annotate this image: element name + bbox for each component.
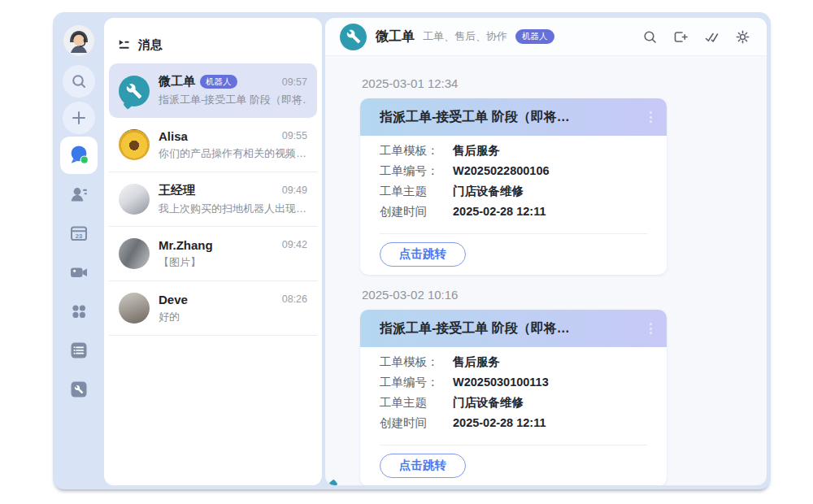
conversation-preview: 你们的产品操作有相关的视频… [159, 146, 307, 161]
workorder-card: 指派工单-接受工单 阶段（即将… 工单模板： 售后服务 工单编号： W20250… [360, 98, 667, 275]
filter-list-icon[interactable] [117, 38, 131, 52]
calendar-icon: 23 [69, 224, 89, 243]
field-row: 工单主题 门店设备维修 [380, 395, 647, 415]
chat-subtitle: 工单、售后、协作 [423, 29, 507, 44]
wrench-icon [126, 83, 142, 99]
field-row: 工单模板： 售后服务 [380, 143, 647, 163]
field-label: 工单编号： [380, 375, 453, 390]
conversation-preview: 我上次购买的扫地机器人出现… [159, 202, 307, 216]
chat-title: 微工单 [376, 28, 415, 46]
add-box-icon[interactable] [673, 29, 689, 45]
robot-badge: 机器人 [515, 29, 554, 44]
apps-grid-icon [69, 302, 89, 321]
search-button[interactable] [63, 65, 95, 98]
more-dots-icon[interactable] [646, 108, 655, 126]
card-divider [380, 233, 647, 234]
field-row: 工单编号： W2025022800106 [380, 163, 647, 183]
bot-wrench-avatar [119, 76, 150, 106]
field-label: 工单编号： [380, 163, 453, 179]
calendar-day-label: 23 [75, 232, 81, 240]
wrench-icon [346, 29, 361, 44]
robot-badge: 机器人 [200, 75, 237, 89]
search-icon [70, 72, 88, 90]
chat-header: 微工单 工单、售后、协作 机器人 [325, 18, 767, 56]
user-avatar-image [63, 25, 94, 56]
conversation-name: Deve [159, 293, 188, 306]
create-button[interactable] [63, 102, 95, 134]
left-nav-rail: 23 [53, 12, 104, 489]
field-value: 售后服务 [453, 143, 500, 159]
message-timestamp: 2025-03-02 10:16 [362, 288, 767, 302]
nav-chat[interactable] [60, 137, 98, 174]
sunflower-photo-avatar [119, 129, 150, 160]
nav-workbench[interactable] [60, 293, 98, 330]
user-avatar[interactable] [63, 25, 94, 56]
field-value: 门店设备维修 [453, 184, 524, 199]
message-list-header: 消息 [104, 18, 322, 63]
field-row: 创建时间 2025-02-28 12:11 [380, 204, 647, 224]
workorder-card-title: 指派工单-接受工单 阶段（即将… [380, 320, 570, 337]
more-dots-icon[interactable] [646, 319, 655, 337]
conversation-preview: 好的 [159, 310, 307, 324]
field-label: 工单模板： [380, 143, 453, 159]
bot-wrench-avatar [340, 24, 367, 50]
nav-tools[interactable] [60, 371, 98, 408]
conversation-time: 09:49 [282, 185, 307, 196]
search-icon[interactable] [642, 29, 658, 45]
conversation-item-mrzhang[interactable]: Mr.Zhang 09:42 【图片】 [109, 227, 317, 281]
chat-bubble-icon [67, 143, 91, 167]
message-list-panel: 消息 微工单 机器人 09:57 指派工单-接受工单 阶段（即将… [104, 18, 322, 485]
conversation-item-deve[interactable]: Deve 08:26 好的 [109, 281, 317, 336]
wrench-tools-icon [69, 380, 89, 399]
workorder-card-header: 指派工单-接受工单 阶段（即将… [360, 98, 667, 136]
field-value: 门店设备维修 [453, 395, 524, 411]
double-check-icon[interactable] [704, 29, 720, 45]
field-value: W2025022800106 [453, 164, 550, 177]
workorder-card-title: 指派工单-接受工单 阶段（即将… [380, 109, 570, 126]
conversation-name: 微工单 [159, 74, 195, 89]
field-value: 2025-02-28 12:11 [453, 205, 546, 218]
field-label: 创建时间 [380, 204, 453, 219]
video-camera-icon [69, 263, 89, 282]
conversation-item-alisa[interactable]: Alisa 09:55 你们的产品操作有相关的视频… [109, 118, 317, 172]
conversation-name: Alisa [159, 129, 188, 143]
contacts-icon [69, 185, 89, 204]
message-list-title: 消息 [138, 37, 163, 53]
card-divider [380, 445, 647, 445]
chat-panel: 微工单 工单、售后、协作 机器人 [325, 18, 767, 485]
field-row: 工单模板： 售后服务 [380, 354, 647, 374]
field-value: W2025030100113 [453, 376, 549, 389]
conversation-name: 王经理 [159, 183, 195, 198]
nav-calendar[interactable]: 23 [60, 215, 98, 252]
settings-gear-icon[interactable] [735, 29, 750, 45]
conversation-item-weigongdan[interactable]: 微工单 机器人 09:57 指派工单-接受工单 阶段（即将… [109, 63, 317, 118]
road-photo-avatar [119, 238, 150, 269]
message-timestamp: 2025-03-01 12:34 [362, 76, 767, 90]
field-value: 售后服务 [453, 354, 500, 370]
conversation-item-wangjingli[interactable]: 王经理 09:49 我上次购买的扫地机器人出现… [109, 172, 317, 227]
screenshot-background: 23 [0, 0, 813, 504]
workorder-card: 指派工单-接受工单 阶段（即将… 工单模板： 售后服务 工单编号： W20250… [360, 310, 667, 485]
nav-contacts[interactable] [60, 176, 98, 213]
jump-button[interactable]: 点击跳转 [380, 242, 466, 267]
nav-docs[interactable] [60, 332, 98, 369]
nav-meeting[interactable] [60, 254, 98, 291]
field-label: 创建时间 [380, 415, 453, 431]
plus-icon [70, 109, 88, 127]
field-label: 工单主题 [380, 184, 453, 199]
chat-message-area: 2025-03-01 12:34 指派工单-接受工单 阶段（即将… 工单模板： … [325, 56, 767, 485]
conversation-preview: 指派工单-接受工单 阶段（即将… [159, 93, 307, 107]
conversation-time: 09:57 [282, 76, 307, 88]
conversation-name: Mr.Zhang [159, 238, 213, 252]
jump-button[interactable]: 点击跳转 [380, 454, 466, 478]
conversation-preview: 【图片】 [159, 255, 307, 270]
conversation-time: 08:26 [282, 293, 307, 305]
field-value: 2025-02-28 12:11 [453, 416, 546, 429]
field-row: 工单编号： W2025030100113 [380, 375, 647, 394]
field-row: 工单主题 门店设备维修 [380, 184, 647, 203]
workorder-card-header: 指派工单-接受工单 阶段（即将… [360, 310, 667, 347]
chat-header-actions [642, 29, 750, 45]
field-row: 创建时间 2025-02-28 12:11 [380, 415, 647, 435]
white-car-photo-avatar [119, 184, 150, 215]
portrait-photo-avatar [119, 293, 150, 324]
